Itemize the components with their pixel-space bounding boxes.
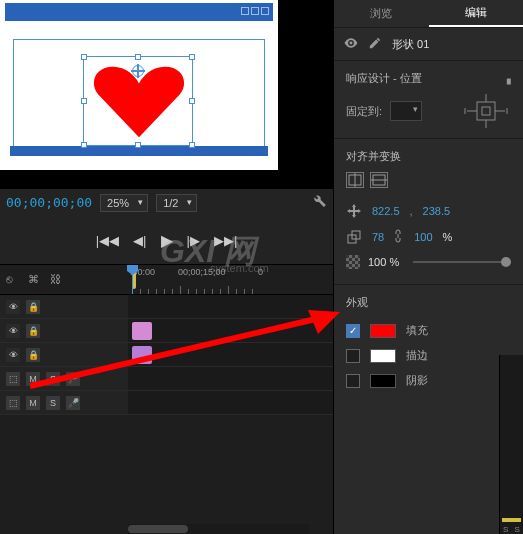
tab-browse[interactable]: 浏览 <box>334 0 429 27</box>
timeline-scrollbar[interactable] <box>128 524 309 534</box>
audio-track-row: ⬚ M S 🎤 <box>0 367 333 391</box>
clip[interactable] <box>132 322 152 340</box>
step-back-icon[interactable]: ◀| <box>133 233 146 248</box>
timecode-display[interactable]: 00;00;00;00 <box>6 195 92 210</box>
record-toggle[interactable]: ⬚ <box>6 396 20 410</box>
preview-canvas[interactable] <box>0 0 278 170</box>
track-row: 👁 🔒 <box>0 295 333 319</box>
svg-rect-2 <box>482 107 490 115</box>
mute-toggle[interactable]: M <box>26 372 40 386</box>
align-horizontal-icon[interactable] <box>346 172 364 188</box>
go-to-out-icon[interactable]: ▶▶| <box>214 233 237 248</box>
tab-edit[interactable]: 编辑 <box>429 0 524 27</box>
lock-toggle[interactable]: 🔒 <box>26 324 40 338</box>
appearance-title: 外观 <box>346 295 368 310</box>
scale-unit: % <box>443 231 453 243</box>
timeline-panel: ⎋ ⌘ ⛓ :00:00 00;00;15;00 0 <box>0 264 333 534</box>
play-icon[interactable]: ▶ <box>161 231 173 250</box>
clip[interactable] <box>132 346 152 364</box>
record-toggle[interactable]: ⬚ <box>6 372 20 386</box>
solo-toggle[interactable]: S <box>46 372 60 386</box>
quality-dropdown[interactable]: 1/2 <box>156 194 197 212</box>
audio-meter: S S <box>499 355 523 534</box>
anchor-point-icon[interactable] <box>132 65 144 77</box>
properties-panel: 浏览 编辑 形状 01 响应设计 - 位置 ▗ 固定到: <box>333 0 523 534</box>
snap-icon[interactable]: ⌘ <box>28 273 42 287</box>
svg-point-0 <box>350 42 353 45</box>
eye-icon[interactable] <box>344 36 358 52</box>
opacity-slider[interactable] <box>413 261 511 263</box>
track-row: 👁 🔒 <box>0 343 333 367</box>
pen-icon[interactable] <box>368 36 382 52</box>
collapse-icon[interactable]: ▗ <box>503 73 511 84</box>
transport-bar: 00;00;00;00 25% 1/2 <box>0 188 333 216</box>
playhead[interactable] <box>132 265 133 294</box>
pin-label: 固定到: <box>346 104 382 119</box>
svg-rect-1 <box>477 102 495 120</box>
position-icon <box>346 203 362 219</box>
position-x[interactable]: 822.5 <box>372 205 400 217</box>
scale-h[interactable]: 100 <box>414 231 432 243</box>
voice-icon[interactable]: 🎤 <box>66 372 80 386</box>
stroke-label: 描边 <box>406 348 428 363</box>
visibility-toggle[interactable]: 👁 <box>6 324 20 338</box>
transform-title: 对齐并变换 <box>346 149 401 164</box>
shadow-checkbox[interactable] <box>346 374 360 388</box>
pin-diagram[interactable] <box>461 94 511 128</box>
scale-icon <box>346 229 362 245</box>
go-to-in-icon[interactable]: |◀◀ <box>96 233 119 248</box>
voice-icon[interactable]: 🎤 <box>66 396 80 410</box>
audio-track-row: ⬚ M S 🎤 <box>0 391 333 415</box>
solo-toggle[interactable]: S <box>46 396 60 410</box>
shape-name[interactable]: 形状 01 <box>392 37 429 52</box>
scale-w[interactable]: 78 <box>372 231 384 243</box>
opacity-value[interactable]: 100 % <box>368 256 399 268</box>
stroke-checkbox[interactable] <box>346 349 360 363</box>
timeline-tool-icon[interactable]: ⎋ <box>6 273 20 287</box>
shadow-label: 阴影 <box>406 373 428 388</box>
lock-toggle[interactable]: 🔒 <box>26 300 40 314</box>
mute-toggle[interactable]: M <box>26 396 40 410</box>
fill-checkbox[interactable] <box>346 324 360 338</box>
position-y[interactable]: 238.5 <box>423 205 451 217</box>
link-icon[interactable]: ⛓ <box>50 273 64 287</box>
step-forward-icon[interactable]: |▶ <box>187 233 200 248</box>
fill-label: 填充 <box>406 323 428 338</box>
link-scale-icon[interactable] <box>394 229 404 245</box>
fill-swatch[interactable] <box>370 324 396 338</box>
preview-titlebar <box>5 3 273 21</box>
lock-toggle[interactable]: 🔒 <box>26 348 40 362</box>
settings-icon[interactable] <box>313 194 327 211</box>
stroke-swatch[interactable] <box>370 349 396 363</box>
track-row: 👁 🔒 <box>0 319 333 343</box>
align-vertical-icon[interactable] <box>370 172 388 188</box>
time-ruler[interactable]: :00:00 00;00;15;00 0 <box>128 265 333 294</box>
shadow-swatch[interactable] <box>370 374 396 388</box>
playback-controls: |◀◀ ◀| ▶ |▶ ▶▶| <box>0 216 333 264</box>
opacity-icon <box>346 255 360 269</box>
visibility-toggle[interactable]: 👁 <box>6 300 20 314</box>
zoom-dropdown[interactable]: 25% <box>100 194 148 212</box>
program-monitor <box>0 0 333 188</box>
visibility-toggle[interactable]: 👁 <box>6 348 20 362</box>
pin-dropdown[interactable] <box>390 101 422 121</box>
shape-selection[interactable] <box>83 56 193 146</box>
responsive-title: 响应设计 - 位置 <box>346 71 422 86</box>
